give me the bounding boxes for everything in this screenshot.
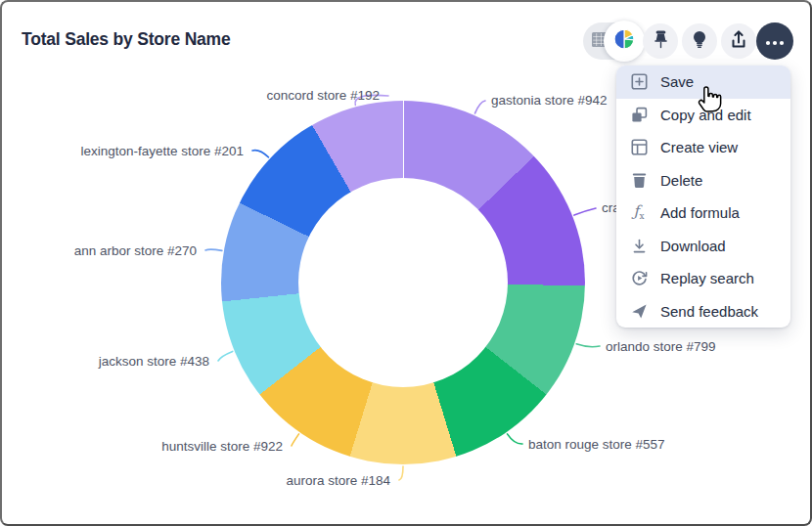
slice-label: orlando store #799 xyxy=(606,339,716,354)
menu-item-label: Send feedback xyxy=(660,303,758,320)
menu-item-label: Add formula xyxy=(660,204,740,221)
slice-label: baton rouge store #557 xyxy=(528,437,665,452)
menu-item-label: Create view xyxy=(660,139,738,155)
answer-card: Total Sales by Store Name xyxy=(0,0,812,526)
page-title: Total Sales by Store Name xyxy=(22,29,231,50)
menu-item-download[interactable]: Download xyxy=(616,230,790,263)
menu-item-create-view[interactable]: Create view xyxy=(616,131,790,164)
menu-item-add-formula[interactable]: ƒx Add formula xyxy=(616,197,790,230)
formula-fx-icon: ƒx xyxy=(630,204,648,222)
slice-label: aurora store #184 xyxy=(286,473,390,488)
menu-item-send-feedback[interactable]: Send feedback xyxy=(616,295,790,329)
slice-label: lexington-fayette store #201 xyxy=(80,144,244,158)
pin-icon xyxy=(654,30,668,53)
copy-icon xyxy=(630,106,648,123)
more-ellipsis-icon xyxy=(765,32,785,50)
donut-chart[interactable] xyxy=(221,101,585,464)
chart-view-button[interactable] xyxy=(604,21,645,62)
slice-label: gastonia store #942 xyxy=(491,93,608,108)
slice-label: huntsville store #922 xyxy=(161,439,283,454)
menu-item-label: Delete xyxy=(660,172,702,189)
chart-view-icon xyxy=(613,28,635,54)
donut-hole xyxy=(298,178,508,387)
menu-item-save[interactable]: Save xyxy=(616,66,790,99)
create-view-icon xyxy=(630,139,648,156)
slice-label: ann arbor store #270 xyxy=(74,243,197,258)
slice-label: jackson store #438 xyxy=(99,354,209,369)
more-actions-button[interactable] xyxy=(756,22,793,60)
menu-item-replay-search[interactable]: Replay search xyxy=(616,262,790,295)
download-icon xyxy=(630,237,648,254)
save-plus-icon xyxy=(630,73,648,91)
replay-icon xyxy=(630,270,648,287)
menu-item-copy-and-edit[interactable]: Copy and edit xyxy=(616,99,790,132)
slice-label: concord store #192 xyxy=(266,88,380,103)
trash-icon xyxy=(630,171,648,189)
lightbulb-icon xyxy=(692,30,707,53)
paper-plane-icon xyxy=(630,302,648,320)
menu-item-label: Replay search xyxy=(660,270,754,286)
menu-item-delete[interactable]: Delete xyxy=(616,164,790,197)
more-actions-menu: Save Copy and edit Create view xyxy=(616,66,790,328)
menu-item-label: Save xyxy=(660,73,694,90)
share-upload-icon xyxy=(730,29,747,53)
menu-item-label: Download xyxy=(660,238,726,254)
insights-button[interactable] xyxy=(682,23,717,59)
pin-button[interactable] xyxy=(643,23,678,59)
share-button[interactable] xyxy=(721,23,756,59)
menu-item-label: Copy and edit xyxy=(660,107,751,123)
